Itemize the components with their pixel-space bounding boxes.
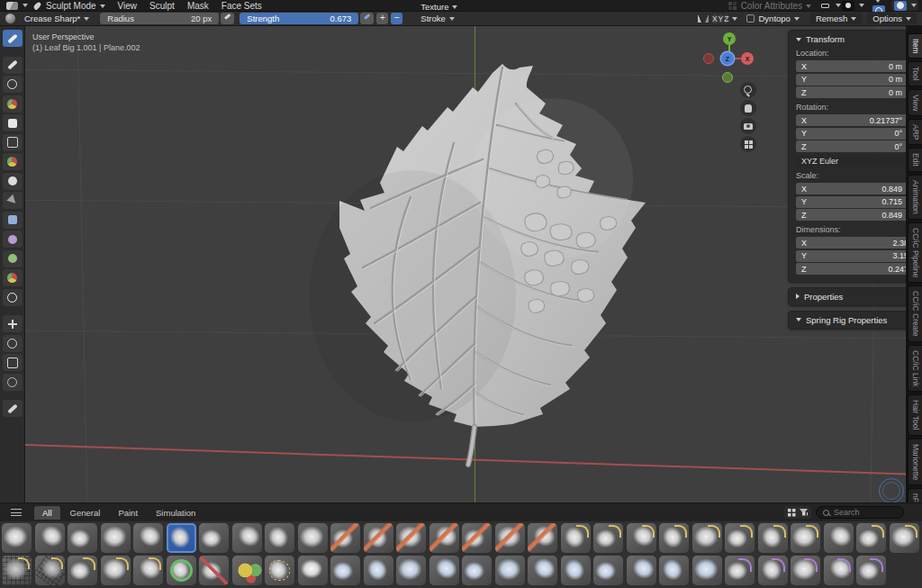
- sidebar-tab[interactable]: ARP: [908, 119, 922, 145]
- settings-dropdown[interactable]: Texture: [415, 1, 463, 13]
- brush-thumbnail[interactable]: [265, 556, 294, 585]
- brush-thumbnail[interactable]: [265, 523, 294, 553]
- shelf-tab[interactable]: Simulation: [148, 506, 203, 520]
- menu-item[interactable]: Sculpt: [143, 1, 181, 11]
- tool-paint-brush[interactable]: [3, 76, 23, 93]
- tool-transform[interactable]: [3, 374, 23, 391]
- brush-thumbnail[interactable]: [758, 556, 788, 585]
- brush-thumbnail[interactable]: [593, 556, 623, 585]
- color-attributes-dropdown[interactable]: Color Attributes: [741, 1, 818, 11]
- brush-thumbnail[interactable]: [232, 556, 262, 585]
- value-field[interactable]: Z0°: [796, 140, 906, 152]
- perspective-toggle-button[interactable]: [740, 136, 756, 152]
- brush-thumbnail[interactable]: [627, 523, 656, 553]
- brush-thumbnail[interactable]: [758, 523, 788, 553]
- menu-item[interactable]: View: [112, 1, 144, 11]
- brush-thumbnail[interactable]: [725, 523, 755, 553]
- value-field[interactable]: X0 m: [796, 60, 906, 72]
- brush-thumbnail[interactable]: [791, 556, 820, 585]
- dyntopo-dropdown[interactable]: Dyntopo: [758, 13, 804, 24]
- brush-thumbnail[interactable]: [396, 556, 426, 585]
- sidebar-tab[interactable]: Item: [908, 33, 922, 59]
- value-field[interactable]: X2.38 m: [796, 237, 906, 249]
- brush-thumbnail[interactable]: [462, 523, 492, 553]
- brush-thumbnail[interactable]: [856, 523, 886, 553]
- shading-chevron-icon[interactable]: [911, 4, 917, 7]
- chevron-down-icon[interactable]: [875, 0, 881, 3]
- brush-thumbnail[interactable]: [692, 523, 722, 553]
- brush-thumbnail[interactable]: [824, 556, 854, 585]
- brush-thumbnail[interactable]: [561, 556, 591, 585]
- zoom-button[interactable]: [740, 82, 756, 98]
- value-field[interactable]: Z0.247 m: [796, 263, 906, 275]
- value-field[interactable]: Y0 m: [796, 74, 906, 86]
- brush-thumbnail[interactable]: [2, 523, 32, 553]
- sidebar-tab[interactable]: View: [908, 89, 922, 116]
- tool-cloth-filter[interactable]: [3, 231, 23, 248]
- viewport-3d[interactable]: User Perspective (1) Leaf Big 1.001 | Pl…: [25, 26, 906, 502]
- collapsed-panel[interactable]: Properties: [788, 287, 906, 306]
- brush-selector[interactable]: Crease Sharp*: [19, 13, 95, 24]
- collapsed-panel[interactable]: Spring Rig Properties: [788, 311, 906, 330]
- search-input[interactable]: Search: [816, 506, 904, 519]
- dyntopo-checkbox[interactable]: [746, 14, 755, 23]
- brush-thumbnail[interactable]: [364, 556, 393, 585]
- sidebar-tab[interactable]: Hair Tool: [908, 394, 922, 435]
- tool-mask-paint[interactable]: [3, 269, 23, 286]
- brush-thumbnail[interactable]: [692, 556, 722, 585]
- tool-magnify[interactable]: [3, 289, 23, 306]
- gizmo-neg-x-ball[interactable]: [703, 53, 714, 64]
- navigation-gizmo[interactable]: Y Z X: [696, 31, 759, 86]
- gizmo-x-ball[interactable]: X: [741, 52, 754, 65]
- menu-item[interactable]: Face Sets: [215, 1, 268, 11]
- transform-panel-header[interactable]: Transform: [796, 34, 906, 44]
- solid-shading-icon[interactable]: [894, 1, 907, 11]
- leaf-model[interactable]: [25, 26, 906, 502]
- tool-layer[interactable]: [3, 114, 23, 131]
- tool-blob[interactable]: [3, 153, 23, 170]
- subtract-brush-button[interactable]: −: [391, 13, 402, 24]
- brush-thumbnail[interactable]: [364, 523, 393, 553]
- tool-rotate[interactable]: [3, 335, 23, 352]
- tool-smooth[interactable]: [3, 192, 23, 209]
- value-field[interactable]: Y0°: [796, 128, 906, 140]
- brush-thumbnail[interactable]: [35, 523, 65, 553]
- pan-button[interactable]: [740, 100, 756, 116]
- display-mode-button[interactable]: [784, 506, 811, 519]
- tool-annotate[interactable]: [3, 400, 23, 417]
- brush-thumbnail[interactable]: [232, 523, 262, 553]
- symmetry-axis-toggle[interactable]: X: [712, 14, 718, 23]
- radius-pressure-icon[interactable]: [221, 13, 234, 24]
- brush-thumbnail[interactable]: [68, 556, 97, 585]
- sidebar-tab[interactable]: Tool: [908, 61, 922, 86]
- falloff-chevron-icon[interactable]: [836, 4, 841, 7]
- brush-thumbnail[interactable]: [298, 523, 328, 553]
- collapse-icon[interactable]: [796, 318, 801, 321]
- symmetry-axis-toggle[interactable]: Z: [724, 14, 728, 23]
- tool-move[interactable]: [3, 315, 23, 332]
- settings-dropdown[interactable]: Stroke: [415, 13, 463, 24]
- editor-type-chevron-icon[interactable]: [23, 4, 28, 7]
- collapse-icon[interactable]: [796, 294, 800, 299]
- brush-thumbnail[interactable]: [330, 523, 360, 553]
- brush-thumbnail[interactable]: [133, 556, 163, 585]
- falloff-icon[interactable]: [818, 1, 831, 11]
- tool-clay-color-brush[interactable]: [3, 95, 23, 113]
- brush-thumbnail[interactable]: [167, 523, 196, 553]
- brush-thumbnail[interactable]: [659, 523, 689, 553]
- editor-type-icon[interactable]: [6, 2, 18, 10]
- brush-thumbnail[interactable]: [725, 556, 755, 585]
- shelf-tab[interactable]: General: [62, 506, 109, 520]
- brush-thumbnail[interactable]: [593, 523, 623, 553]
- tool-flatten[interactable]: [3, 212, 23, 229]
- brush-thumbnail[interactable]: [627, 556, 656, 585]
- tool-color-filter[interactable]: [3, 250, 23, 267]
- brush-thumbnail[interactable]: [495, 523, 525, 553]
- tool-crease[interactable]: [3, 173, 23, 190]
- remesh-dropdown[interactable]: Remesh: [810, 13, 862, 24]
- texture-swatch-icon[interactable]: [842, 1, 854, 11]
- brush-thumbnail[interactable]: [791, 523, 820, 553]
- sidebar-tab[interactable]: Animation: [908, 175, 922, 220]
- brush-thumbnail[interactable]: [396, 523, 426, 553]
- brush-thumbnail[interactable]: [856, 556, 886, 585]
